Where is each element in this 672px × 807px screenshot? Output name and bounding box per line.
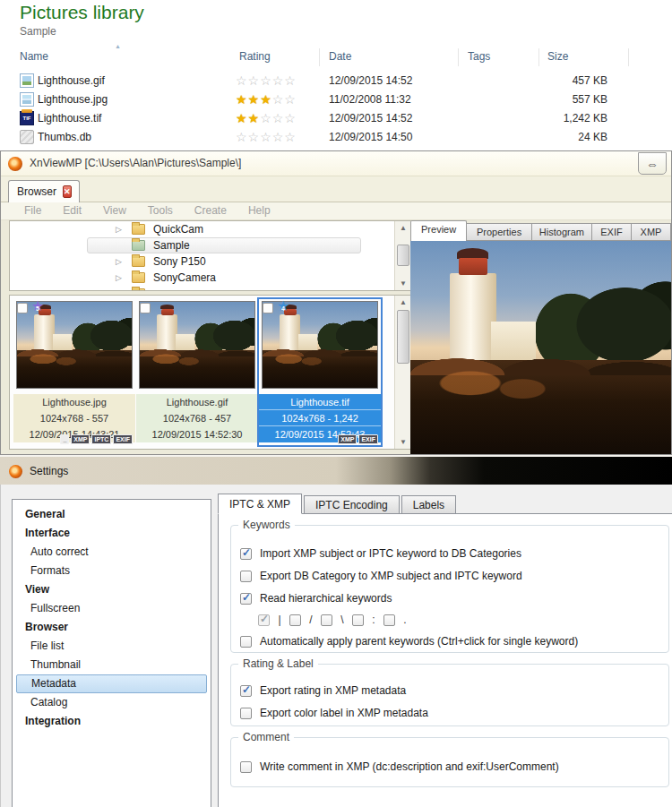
menu-file[interactable]: File [13,202,52,219]
tree-item-sonycamera[interactable]: ▷ SonyCamera [10,270,395,286]
tree-item-quickcam[interactable]: ▷ QuickCam [10,221,395,237]
checkbox-label: Write comment in XMP (dc:description and… [260,760,559,773]
checkbox-row-export-color[interactable]: Export color label in XMP metadata [240,706,428,720]
tab-iptc-encoding[interactable]: IPTC Encoding [304,495,400,514]
tab-histogram[interactable]: Histogram [532,223,592,241]
scroll-up-icon[interactable]: ▲ [395,298,411,306]
table-row[interactable]: Thumbs.db ☆☆☆☆☆ 12/09/2015 14:50 24 KB [0,128,672,147]
chevron-right-icon[interactable]: ▷ [116,257,122,266]
file-name[interactable]: Lighthouse.tif [38,109,101,128]
sidebar-item-formats[interactable]: Formats [16,562,207,580]
column-header-tags[interactable]: Tags [468,50,490,63]
checkbox[interactable] [240,761,252,773]
menu-create[interactable]: Create [184,202,237,219]
table-row[interactable]: Lighthouse.gif ☆☆☆☆☆ 12/09/2015 14:52 45… [0,72,672,90]
separator-checkbox[interactable] [289,614,301,626]
checkbox[interactable] [240,636,252,648]
sidebar-item-browser[interactable]: Browser [16,618,207,637]
checkbox-row-import-xmp[interactable]: Import XMP subject or IPTC keyword to DB… [240,546,521,561]
thumbnail-image[interactable] [262,301,378,389]
separator-checkbox[interactable] [258,614,270,626]
tab-browser[interactable]: Browser ✕ [8,180,80,202]
preview-image[interactable] [410,241,671,454]
thumbnail-image[interactable] [139,301,255,389]
tab-labels[interactable]: Labels [401,495,456,514]
sidebar-item-fullscreen[interactable]: Fullscreen [16,599,207,618]
column-divider[interactable] [628,48,629,66]
table-row[interactable]: TIF Lighthouse.tif ★★☆☆☆ 12/09/2015 14:5… [0,109,672,128]
column-header-rating[interactable]: Rating [239,50,271,63]
sidebar-item-thumbnail[interactable]: Thumbnail [16,656,207,674]
thumbnail-lighthouse-tif[interactable]: ★4 XMP EXIF Lighthouse.tif 1024x768 - 1,… [259,299,381,445]
thumbnail-checkbox[interactable] [140,303,151,313]
column-header-name[interactable]: Name [20,50,48,63]
scroll-down-icon[interactable]: ▼ [395,279,411,288]
xmp-badge: XMP [338,434,357,444]
checkbox-row-export-rating[interactable]: Export rating in XMP metadata [240,683,406,698]
checkbox-row-auto-parent[interactable]: Automatically apply parent keywords (Ctr… [240,634,578,648]
file-name[interactable]: Lighthouse.gif [38,72,105,90]
tab-xmp[interactable]: XMP [632,223,671,241]
column-divider[interactable] [319,48,320,66]
checkbox-row-write-comment[interactable]: Write comment in XMP (dc:description and… [240,760,559,774]
thumbnail-lighthouse-jpg[interactable]: ★5 _ XMP IPTC EXIF Lighthouse.jpg 1024x7… [13,299,135,445]
xnview-title-bar[interactable]: XnViewMP [C:\Users\Alan\Pictures\Sample\… [1,151,671,176]
checkbox[interactable] [240,571,252,582]
chevron-right-icon[interactable]: ▷ [116,273,122,282]
thumbnail-checkbox[interactable] [263,303,273,313]
sidebar-item-metadata[interactable]: Metadata [16,674,207,693]
checkbox-row-read-hierarchical[interactable]: Read hierarchical keywords [240,591,392,605]
close-tab-icon[interactable]: ✕ [63,185,72,198]
scroll-down-icon[interactable]: ▼ [395,438,411,446]
tree-item-sony-p150[interactable]: ▷ Sony P150 [10,253,395,270]
tab-preview[interactable]: Preview [410,220,467,241]
sidebar-item-auto-correct[interactable]: Auto correct [16,543,207,562]
table-row[interactable]: Lighthouse.jpg ★★★☆☆ 11/02/2008 11:32 55… [0,90,672,109]
tree-item-partial[interactable]: ▷ [10,286,395,291]
thumbnail-lighthouse-gif[interactable]: Lighthouse.gif 1024x768 - 457 12/09/2015… [136,299,258,445]
sidebar-item-integration[interactable]: Integration [16,712,207,731]
preview-pane: Preview Properties Histogram EXIF XMP [410,220,671,454]
checkbox[interactable] [240,685,252,697]
scrollbar-thumb[interactable] [397,245,409,266]
sidebar-item-interface[interactable]: Interface [16,524,207,543]
column-header-size[interactable]: Size [547,50,568,63]
separator-checkbox[interactable] [383,614,395,626]
separator-checkbox[interactable] [321,614,332,626]
checkbox[interactable] [240,708,252,719]
scrollbar-thumb[interactable] [397,310,409,364]
column-divider[interactable] [538,48,539,66]
chevron-right-icon[interactable]: ▷ [116,225,122,234]
exif-badge: EXIF [358,434,378,444]
sidebar-item-file-list[interactable]: File list [16,637,207,656]
checkbox-row-export-db[interactable]: Export DB Category to XMP subject and IP… [240,569,522,583]
expand-toolbar-button[interactable]: ⇔ [638,152,667,175]
sidebar-item-view[interactable]: View [16,580,207,599]
checkbox[interactable] [240,548,252,560]
file-name[interactable]: Thumbs.db [38,128,91,147]
tree-item-sample[interactable]: Sample [10,237,395,253]
sidebar-item-general[interactable]: General [16,505,207,524]
color-label-star-icon: ★4 [277,299,289,313]
menu-help[interactable]: Help [237,202,281,219]
thumbnail-image[interactable] [16,301,133,389]
menu-edit[interactable]: Edit [52,202,92,219]
scroll-up-icon[interactable]: ▲ [395,224,411,232]
column-divider[interactable] [458,48,459,66]
thumbnail-checkbox[interactable] [17,303,28,313]
file-name[interactable]: Lighthouse.jpg [38,90,108,109]
column-header-date[interactable]: Date [329,50,351,63]
chevron-right-icon[interactable]: ▷ [116,289,122,291]
settings-title-bar[interactable]: Settings [0,455,672,485]
menu-tools[interactable]: Tools [137,202,184,219]
tree-scrollbar[interactable]: ▲ ▼ [394,221,411,290]
xnview-window: XnViewMP [C:\Users\Alan\Pictures\Sample\… [0,150,672,455]
separator-checkbox[interactable] [352,614,364,626]
sidebar-item-catalog[interactable]: Catalog [16,693,207,712]
tab-properties[interactable]: Properties [467,223,532,241]
thumbnail-scrollbar[interactable]: ▲ ▼ [394,296,411,449]
checkbox[interactable] [240,593,252,605]
tab-exif[interactable]: EXIF [592,223,632,241]
menu-view[interactable]: View [92,202,137,219]
tab-iptc-xmp[interactable]: IPTC & XMP [218,494,302,514]
